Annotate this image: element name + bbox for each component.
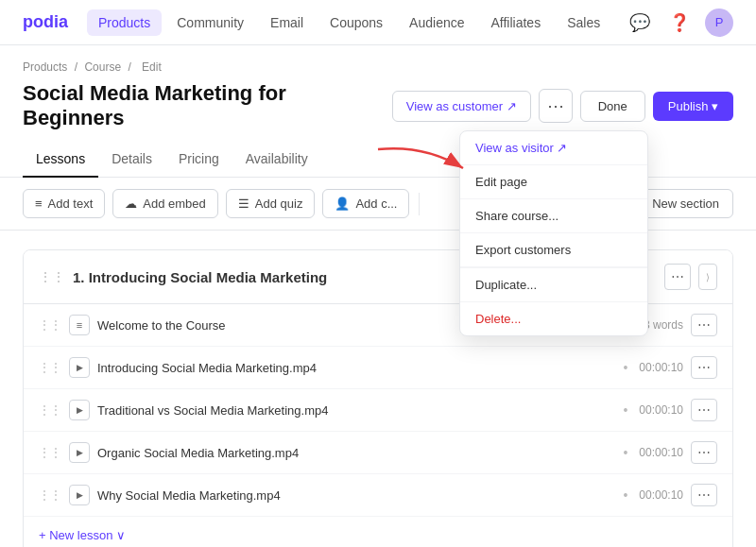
add-embed-label: Add embed <box>143 197 206 211</box>
lesson-drag-handle[interactable]: ⋮⋮ <box>39 403 61 417</box>
lesson-row: ⋮⋮ ▶ Traditional vs Social Media Marketi… <box>24 389 732 432</box>
dropdown-edit-page[interactable]: Edit page <box>460 165 647 199</box>
lesson-icon-video: ▶ <box>69 442 90 463</box>
breadcrumb-products[interactable]: Products <box>23 60 67 74</box>
nav-item-products[interactable]: Products <box>87 9 162 36</box>
lesson-title: Traditional vs Social Media Marketing.mp… <box>97 403 611 418</box>
add-content-label: Add c... <box>355 197 397 211</box>
section-menu-button[interactable]: ⋯ <box>664 264 691 290</box>
lesson-icon-video: ▶ <box>69 400 90 420</box>
lesson-meta: 00:00:10 <box>639 488 683 502</box>
nav-item-audience[interactable]: Audience <box>398 9 475 36</box>
lesson-meta: 00:00:10 <box>639 403 683 417</box>
tab-lessons[interactable]: Lessons <box>23 142 98 178</box>
nav-item-coupons[interactable]: Coupons <box>318 9 394 36</box>
breadcrumb-sep2: / <box>128 60 134 74</box>
brand-logo: podia <box>23 12 68 32</box>
lesson-menu-button[interactable]: ⋯ <box>691 484 717 506</box>
tab-pricing[interactable]: Pricing <box>165 142 232 178</box>
add-content-icon: 👤 <box>335 197 350 211</box>
add-quiz-icon: ☰ <box>238 197 249 211</box>
lesson-icon-video: ▶ <box>69 485 90 505</box>
add-text-icon: ≡ <box>35 197 43 211</box>
lesson-drag-handle[interactable]: ⋮⋮ <box>39 318 61 332</box>
lesson-menu-button[interactable]: ⋯ <box>691 314 717 336</box>
lesson-icon-text: ≡ <box>69 315 90 335</box>
lesson-drag-handle[interactable]: ⋮⋮ <box>39 446 61 459</box>
add-embed-icon: ☁ <box>125 197 137 211</box>
breadcrumb-edit: Edit <box>142 60 162 74</box>
lesson-menu-button[interactable]: ⋯ <box>691 441 717 464</box>
new-lesson-row: + New lesson ∨ <box>24 517 732 547</box>
search-button[interactable]: 💬 <box>626 9 654 37</box>
add-embed-button[interactable]: ☁ Add embed <box>112 189 218 218</box>
section-drag-handle[interactable]: ⋮⋮ <box>39 269 65 284</box>
lesson-row: ⋮⋮ ▶ Organic Social Media Marketing.mp4 … <box>24 432 732 474</box>
tab-details[interactable]: Details <box>98 142 165 178</box>
lesson-drag-handle[interactable]: ⋮⋮ <box>39 488 61 502</box>
nav-item-affiliates[interactable]: Affiliates <box>480 9 553 36</box>
lesson-title: Organic Social Media Marketing.mp4 <box>97 446 611 460</box>
new-lesson-button[interactable]: + New lesson ∨ <box>39 528 126 542</box>
avatar[interactable]: P <box>705 9 733 37</box>
view-customer-button[interactable]: View as customer ↗ <box>392 91 531 122</box>
header-actions: View as customer ↗ ⋯ Done Publish ▾ View… <box>392 89 733 123</box>
dropdown-share-course[interactable]: Share course... <box>460 199 647 233</box>
page-header: Social Media Marketing for Beginners Vie… <box>0 81 756 142</box>
dropdown-view-visitor[interactable]: View as visitor ↗ <box>460 131 647 165</box>
add-text-button[interactable]: ≡ Add text <box>23 189 105 218</box>
lesson-menu-button[interactable]: ⋯ <box>691 356 717 379</box>
nav-right: 💬 ❓ P <box>626 9 733 37</box>
lesson-meta: 00:00:10 <box>639 446 683 459</box>
lesson-menu-button[interactable]: ⋯ <box>691 399 717 421</box>
done-button[interactable]: Done <box>580 91 645 122</box>
lesson-row: ⋮⋮ ▶ Why Social Media Marketing.mp4 • 00… <box>24 474 732 517</box>
help-button[interactable]: ❓ <box>665 9 694 37</box>
topnav: podia Products Community Email Coupons A… <box>0 0 756 45</box>
section-resize-button[interactable]: ⟩ <box>698 264 717 290</box>
publish-button[interactable]: Publish ▾ <box>653 92 733 121</box>
dropdown-duplicate[interactable]: Duplicate... <box>460 268 647 302</box>
view-visitor-label: View as visitor ↗ <box>475 141 567 155</box>
more-options-button[interactable]: ⋯ <box>539 89 573 123</box>
nav-item-community[interactable]: Community <box>165 9 255 36</box>
breadcrumb: Products / Course / Edit <box>23 60 733 74</box>
tab-availability[interactable]: Availability <box>232 142 321 178</box>
breadcrumb-sep1: / <box>75 60 81 74</box>
lesson-drag-handle[interactable]: ⋮⋮ <box>39 361 61 374</box>
nav-item-sales[interactable]: Sales <box>556 9 611 36</box>
nav-item-email[interactable]: Email <box>259 9 315 36</box>
add-text-label: Add text <box>48 197 94 211</box>
dropdown-export-customers[interactable]: Export customers <box>460 233 647 267</box>
lesson-icon-video: ▶ <box>69 357 90 378</box>
dropdown-menu: View as visitor ↗ Edit page Share course… <box>459 130 648 336</box>
lesson-title: Why Social Media Marketing.mp4 <box>97 488 611 503</box>
dropdown-delete[interactable]: Delete... <box>460 302 647 335</box>
page-title: Social Media Marketing for Beginners <box>23 81 381 130</box>
add-quiz-button[interactable]: ☰ Add quiz <box>226 189 316 218</box>
lesson-title: Introducing Social Media Marketing.mp4 <box>97 361 611 375</box>
lesson-row: ⋮⋮ ▶ Introducing Social Media Marketing.… <box>24 347 732 389</box>
add-content-button[interactable]: 👤 Add c... <box>322 189 409 218</box>
breadcrumb-course[interactable]: Course <box>84 60 121 74</box>
add-quiz-label: Add quiz <box>255 197 303 211</box>
lesson-meta: 00:00:10 <box>639 361 683 374</box>
toolbar-separator <box>419 193 420 215</box>
